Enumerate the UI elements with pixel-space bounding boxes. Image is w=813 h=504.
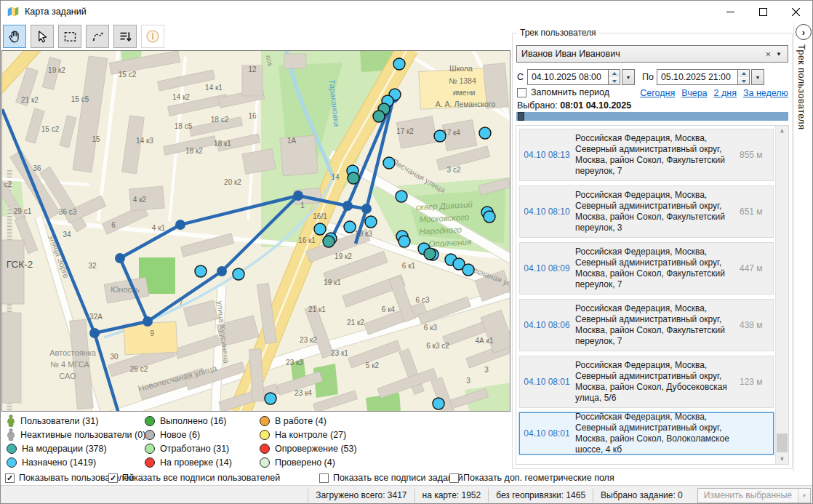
scrollbar-thumb[interactable]: [777, 433, 788, 452]
task-marker-assigned[interactable]: [434, 130, 446, 142]
pan-tool-button[interactable]: [3, 25, 26, 48]
period-row: С 04.10.2025 08:00 ▼ По 05.10.2025 21:00…: [517, 69, 788, 87]
task-marker-assigned[interactable]: [344, 221, 356, 233]
map-label: 14 к2: [172, 93, 190, 101]
period-from-calendar-button[interactable]: ▼: [622, 69, 635, 85]
legend-label: Пользователи (31): [20, 416, 98, 426]
track-list-item[interactable]: 04.10 08:09Российская Федерация, Москва,…: [519, 242, 774, 295]
map-canvas[interactable]: 19 к215 с221 к215 с514 к214 к11618 с218 …: [1, 50, 510, 412]
map-label: САО: [59, 372, 76, 380]
legend-column: Пользователи (31)Неактивные пользователи…: [7, 414, 145, 469]
polygon-select-tool-button[interactable]: [86, 25, 109, 48]
filter-checkbox[interactable]: ✓: [5, 473, 15, 483]
track-node[interactable]: [115, 253, 125, 263]
track-item-time: 04.10 08:13: [520, 150, 574, 160]
track-node[interactable]: [343, 201, 353, 211]
map-label: 9: [150, 329, 154, 337]
track-list-item[interactable]: 04.10 08:10Российская Федерация, Москва,…: [519, 185, 774, 238]
period-from-input[interactable]: 04.10.2025 08:00: [527, 69, 620, 85]
task-marker-assigned[interactable]: [195, 265, 207, 277]
minimize-button[interactable]: [714, 1, 747, 23]
track-node[interactable]: [143, 316, 153, 327]
track-list-item[interactable]: 04.10 08:01Российская Федерация, Москва,…: [519, 356, 774, 408]
track-node[interactable]: [89, 328, 100, 338]
task-marker-assigned[interactable]: [399, 236, 410, 247]
track-node[interactable]: [293, 191, 303, 201]
panel-collapse-button[interactable]: ›: [796, 24, 812, 40]
task-marker-moderation[interactable]: [323, 236, 335, 247]
rect-select-tool-button[interactable]: [58, 25, 81, 48]
quick-range-link[interactable]: Вчера: [681, 88, 707, 98]
clear-user-icon[interactable]: ×: [760, 49, 776, 60]
task-marker-assigned[interactable]: [479, 127, 491, 139]
status-circle-icon: [145, 444, 155, 454]
period-from-label: С: [517, 72, 524, 82]
map-label: 36 с3: [59, 208, 77, 216]
filter-checkbox[interactable]: [319, 473, 329, 483]
task-marker-assigned[interactable]: [396, 191, 407, 202]
filter-checkbox[interactable]: ✓: [108, 473, 118, 483]
track-list: 04.10 08:13Российская Федерация, Москва,…: [516, 125, 789, 465]
task-marker-assigned[interactable]: [383, 157, 395, 169]
track-node[interactable]: [217, 266, 227, 276]
map-label: с2: [4, 180, 12, 188]
task-marker-moderation[interactable]: [424, 248, 436, 260]
quick-range-link[interactable]: За неделю: [743, 88, 788, 98]
legend-item: На контроле (27): [260, 428, 357, 441]
task-marker-assigned[interactable]: [265, 393, 276, 404]
map-label: 23 к4: [295, 389, 312, 397]
task-marker-assigned[interactable]: [393, 58, 405, 70]
track-node[interactable]: [361, 204, 372, 214]
map-label: 3: [466, 377, 470, 385]
chevron-down-icon[interactable]: ▼: [776, 51, 788, 57]
map-label: 23 к2: [300, 336, 317, 344]
maximize-button[interactable]: [747, 1, 780, 23]
time-slider-thumb[interactable]: [518, 112, 524, 121]
quick-range-link[interactable]: Сегодня: [640, 88, 675, 98]
period-to-calendar-button[interactable]: ▼: [751, 69, 764, 85]
map-label: № 4 МГСА: [50, 360, 89, 369]
edit-selected-button[interactable]: Изменить выбранные ▼: [697, 488, 811, 503]
filter-item: ✓Показать все подписи пользователей: [108, 473, 280, 483]
task-marker-assigned[interactable]: [365, 216, 377, 228]
task-marker-assigned[interactable]: [462, 264, 474, 276]
info-tool-button[interactable]: [141, 25, 164, 48]
task-marker-assigned[interactable]: [433, 398, 444, 409]
map-label: 19 к1: [324, 279, 341, 287]
sort-tool-button[interactable]: [113, 25, 137, 48]
period-to-spinner[interactable]: [737, 70, 749, 84]
track-list-item[interactable]: 04.10 08:06Российская Федерация, Москва,…: [519, 299, 774, 351]
track-list-item[interactable]: 04.10 08:01Российская Федерация, Москва,…: [519, 412, 774, 455]
track-item-time: 04.10 08:09: [520, 263, 574, 273]
task-marker-assigned[interactable]: [233, 268, 244, 280]
user-select[interactable]: Иванов Иван Иванович × ▼: [516, 45, 788, 63]
track-list-item[interactable]: 04.10 08:13Российская Федерация, Москва,…: [519, 129, 774, 181]
task-marker-assigned[interactable]: [314, 223, 326, 235]
spinner-down-icon[interactable]: [609, 77, 620, 84]
task-marker-moderation[interactable]: [373, 111, 385, 122]
filter-checkbox[interactable]: [449, 473, 459, 483]
scroll-up-icon[interactable]: ∧: [776, 126, 788, 137]
remember-period-checkbox[interactable]: [517, 88, 526, 97]
quick-range-link[interactable]: 2 дня: [714, 88, 737, 98]
track-list-scrollbar[interactable]: ∧ ∨: [775, 126, 788, 464]
task-marker-moderation[interactable]: [348, 172, 359, 184]
map-label: 21 к2: [347, 319, 364, 327]
map-label: 23 к3: [286, 359, 303, 367]
period-from-spinner[interactable]: [608, 70, 620, 84]
person-icon: [7, 428, 15, 441]
status-item: на карте: 1952: [414, 489, 489, 503]
task-marker-assigned[interactable]: [484, 211, 495, 223]
scroll-down-icon[interactable]: ∨: [776, 453, 788, 464]
period-to-input[interactable]: 05.10.2025 21:00: [657, 69, 750, 85]
close-button[interactable]: [780, 1, 812, 23]
spinner-up-icon[interactable]: [609, 70, 620, 77]
time-slider[interactable]: [516, 112, 788, 121]
spinner-down-icon[interactable]: [738, 77, 749, 84]
track-node[interactable]: [175, 220, 185, 230]
select-tool-button[interactable]: [31, 25, 54, 48]
map-label: 32А: [89, 313, 103, 321]
status-circle-icon: [145, 430, 155, 440]
legend-item: Пользователи (31): [7, 414, 145, 428]
spinner-up-icon[interactable]: [738, 70, 749, 77]
